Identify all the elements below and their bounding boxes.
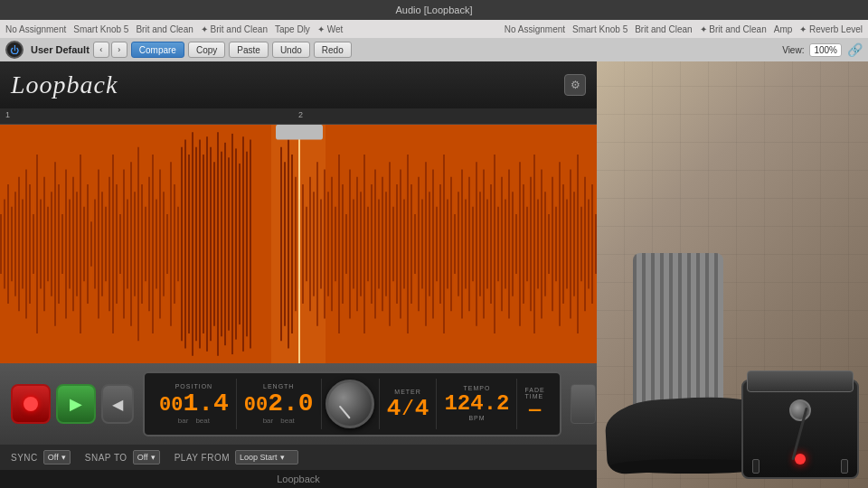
svg-rect-64 — [228, 157, 230, 330]
copy-button[interactable]: Copy — [188, 42, 225, 58]
svg-rect-135 — [508, 170, 510, 319]
length-sub1: bar — [263, 417, 274, 425]
svg-rect-157 — [588, 200, 590, 289]
compare-button[interactable]: Compare — [131, 42, 184, 58]
knob-indicator — [339, 406, 351, 419]
svg-rect-91 — [349, 170, 351, 319]
svg-rect-73 — [284, 162, 286, 326]
svg-rect-99 — [378, 200, 380, 289]
svg-rect-150 — [562, 184, 564, 304]
pedal-jack-1 — [752, 459, 760, 474]
svg-rect-149 — [559, 162, 561, 326]
svg-rect-106 — [403, 200, 405, 289]
svg-rect-105 — [400, 170, 401, 319]
svg-rect-141 — [530, 177, 532, 312]
menu-item-4: ✦ Brit and Clean — [201, 24, 268, 34]
svg-rect-108 — [410, 184, 412, 304]
transport-buttons: ▶ ◀ — [11, 384, 134, 424]
meter-value: 4⁄4 — [387, 397, 429, 420]
svg-rect-79 — [306, 207, 307, 282]
toolbar-nav: ‹ › — [93, 42, 127, 58]
snap-to-dropdown[interactable]: Off ▾ — [133, 450, 160, 465]
svg-rect-131 — [494, 155, 495, 333]
back-button[interactable]: ◀ — [101, 384, 134, 424]
position-sub1: bar — [178, 417, 189, 425]
menu-item-6: ✦ Wet — [317, 24, 343, 34]
sync-dropdown[interactable]: Off ▾ — [43, 450, 71, 465]
svg-rect-7 — [22, 200, 24, 289]
svg-rect-23 — [80, 155, 81, 333]
svg-rect-38 — [134, 192, 136, 296]
plugin-header: Loopback ⚙ — [0, 61, 597, 108]
link-icon[interactable]: 🔗 — [847, 42, 863, 57]
svg-rect-81 — [313, 192, 315, 296]
svg-rect-140 — [526, 207, 528, 282]
svg-rect-70 — [250, 140, 251, 349]
svg-rect-120 — [454, 214, 456, 274]
svg-rect-113 — [429, 192, 430, 296]
paste-button[interactable]: Paste — [229, 42, 269, 58]
snap-to-group: SNAP TO Off ▾ — [85, 450, 160, 465]
svg-rect-125 — [472, 207, 474, 282]
svg-rect-155 — [580, 207, 582, 282]
view-value: 100% — [809, 43, 842, 57]
play-from-dropdown[interactable]: Loop Start ▾ — [235, 450, 298, 465]
svg-rect-100 — [382, 177, 383, 312]
svg-rect-156 — [584, 177, 586, 312]
svg-rect-69 — [246, 152, 248, 337]
small-button-1[interactable] — [571, 384, 596, 424]
svg-rect-68 — [242, 136, 244, 352]
snap-to-arrow: ▾ — [151, 453, 156, 462]
undo-button[interactable]: Undo — [272, 42, 310, 58]
svg-rect-33 — [116, 184, 118, 304]
svg-rect-138 — [519, 162, 521, 326]
bottom-label-bar: Loopback — [0, 470, 597, 488]
svg-rect-72 — [280, 147, 282, 342]
svg-rect-83 — [320, 200, 322, 289]
svg-rect-17 — [58, 184, 60, 304]
svg-rect-80 — [309, 177, 311, 312]
menu-bar: No Assignment Smart Knob 5 Brit and Clea… — [0, 20, 868, 38]
svg-rect-148 — [555, 207, 557, 282]
svg-rect-44 — [156, 200, 157, 289]
svg-rect-30 — [105, 207, 107, 282]
main-knob[interactable] — [326, 380, 374, 428]
foot-pedal-background — [597, 61, 868, 488]
gear-button[interactable]: ⚙ — [564, 74, 586, 96]
svg-rect-36 — [127, 200, 128, 289]
svg-rect-112 — [425, 162, 427, 326]
svg-rect-103 — [392, 207, 394, 282]
svg-rect-111 — [421, 200, 423, 289]
svg-rect-52 — [184, 140, 186, 349]
svg-rect-78 — [302, 184, 304, 304]
play-from-arrow: ▾ — [280, 453, 285, 462]
svg-rect-1 — [0, 214, 2, 274]
record-button[interactable] — [11, 384, 51, 424]
svg-rect-158 — [591, 184, 593, 304]
nav-next-button[interactable]: › — [111, 42, 127, 58]
svg-rect-22 — [76, 192, 78, 296]
nav-prev-button[interactable]: ‹ — [93, 42, 109, 58]
svg-rect-84 — [324, 170, 326, 319]
play-button[interactable]: ▶ — [56, 384, 96, 424]
svg-rect-31 — [108, 177, 110, 312]
svg-rect-35 — [123, 170, 125, 319]
waveform-area[interactable] — [0, 125, 597, 363]
svg-rect-19 — [65, 170, 67, 319]
svg-rect-59 — [210, 147, 212, 342]
menu-item-8: Smart Knob 5 — [572, 24, 627, 34]
length-sublabels: bar beat — [263, 417, 295, 425]
svg-rect-126 — [476, 162, 477, 326]
redo-button[interactable]: Redo — [314, 42, 352, 58]
menu-item-9: Brit and Clean — [635, 24, 692, 34]
timeline-ruler: 1 2 — [0, 108, 597, 125]
svg-rect-34 — [119, 214, 121, 274]
position-value: 001.4 — [159, 391, 229, 417]
svg-rect-3 — [7, 184, 9, 304]
power-button[interactable]: ⏻ — [5, 41, 24, 59]
svg-rect-28 — [98, 170, 99, 319]
meter-section: METER 4⁄4 — [380, 379, 438, 429]
svg-rect-116 — [439, 184, 441, 304]
svg-rect-114 — [432, 170, 434, 319]
svg-rect-75 — [291, 155, 293, 333]
